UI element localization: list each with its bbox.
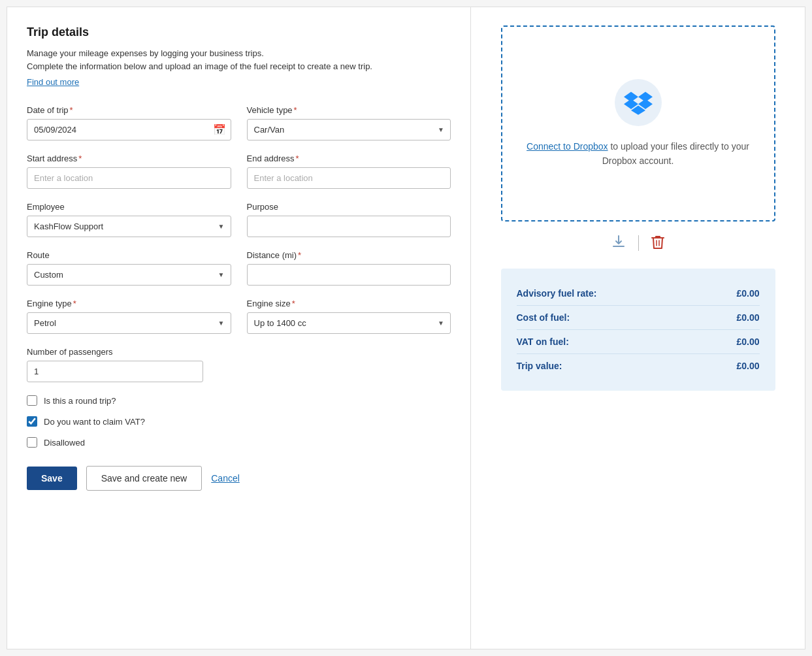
claim-vat-label[interactable]: Do you want to claim VAT? [44,417,145,427]
route-label: Route [27,250,231,260]
engine-type-select[interactable]: Petrol Diesel Electric [27,312,231,334]
page-title: Trip details [27,25,451,39]
trip-value-value: £0.00 [736,361,759,371]
purpose-input[interactable] [247,216,451,237]
footer-buttons: Save Save and create new Cancel [27,466,451,491]
advisory-fuel-rate-row: Advisory fuel rate: £0.00 [517,282,760,306]
vat-on-fuel-label: VAT on fuel: [517,336,569,347]
summary-box: Advisory fuel rate: £0.00 Cost of fuel: … [501,269,775,391]
dropbox-icon [624,90,653,115]
advisory-fuel-rate-label: Advisory fuel rate: [517,288,597,299]
engine-type-group: Engine type* Petrol Diesel Electric ▼ [27,299,231,334]
disallowed-row: Disallowed [27,437,451,448]
trip-value-row: Trip value: £0.00 [517,354,760,378]
dropbox-icon-wrap [615,79,662,126]
form-row-employee-purpose: Employee KashFlow Support ▼ Purpose [27,202,451,237]
vehicle-type-group: Vehicle type* Car/Van Motorcycle Other ▼ [247,105,451,140]
vehicle-required: * [294,105,297,115]
upload-actions [611,233,665,253]
engine-size-select[interactable]: Up to 1400 cc 1401 to 2000 cc Over 2000 … [247,312,451,334]
route-group: Route Custom Standard ▼ [27,250,231,286]
vat-on-fuel-row: VAT on fuel: £0.00 [517,330,760,354]
distance-required: * [298,250,301,260]
delete-icon[interactable] [651,234,665,253]
date-wrapper: 📅 [27,119,231,140]
employee-select-wrapper: KashFlow Support ▼ [27,216,231,237]
purpose-group: Purpose [247,202,451,237]
form-row-addresses: Start address* End address* [27,154,451,189]
left-panel: Trip details Manage your mileage expense… [7,7,471,649]
empty-placeholder [247,347,451,382]
passengers-group: Number of passengers [27,347,231,382]
vehicle-type-label: Vehicle type* [247,105,451,115]
engine-size-select-wrapper: Up to 1400 cc 1401 to 2000 cc Over 2000 … [247,312,451,334]
round-trip-checkbox[interactable] [27,395,37,406]
claim-vat-checkbox[interactable] [27,416,37,427]
passengers-label: Number of passengers [27,347,231,357]
date-required: * [70,105,73,115]
advisory-fuel-rate-value: £0.00 [736,288,759,299]
cost-of-fuel-row: Cost of fuel: £0.00 [517,306,760,330]
vehicle-type-select[interactable]: Car/Van Motorcycle Other [247,119,451,140]
passengers-input[interactable] [27,361,203,382]
cost-of-fuel-label: Cost of fuel: [517,312,570,323]
round-trip-row: Is this a round trip? [27,395,451,406]
round-trip-label[interactable]: Is this a round trip? [44,396,116,406]
date-group: Date of trip* 📅 [27,105,231,140]
date-input[interactable] [27,119,231,140]
claim-vat-row: Do you want to claim VAT? [27,416,451,427]
engine-size-label: Engine size* [247,299,451,308]
dropbox-description: Connect to Dropbox to upload your files … [515,139,761,169]
purpose-label: Purpose [247,202,451,212]
end-required: * [296,154,299,163]
engine-size-group: Engine size* Up to 1400 cc 1401 to 2000 … [247,299,451,334]
vehicle-type-select-wrapper: Car/Van Motorcycle Other ▼ [247,119,451,140]
form-row-engine: Engine type* Petrol Diesel Electric ▼ En… [27,299,451,334]
description-line1: Manage your mileage expenses by logging … [27,47,451,73]
download-icon[interactable] [611,233,626,253]
cost-of-fuel-value: £0.00 [736,312,759,323]
engine-type-select-wrapper: Petrol Diesel Electric ▼ [27,312,231,334]
save-button[interactable]: Save [27,467,77,490]
save-and-create-new-button[interactable]: Save and create new [86,466,203,491]
engine-size-required: * [292,299,295,308]
disallowed-checkbox[interactable] [27,437,37,448]
disallowed-label[interactable]: Disallowed [44,438,85,448]
cancel-button[interactable]: Cancel [211,473,240,484]
end-address-group: End address* [247,154,451,189]
end-address-label: End address* [247,154,451,163]
distance-group: Distance (mi)* [247,250,451,286]
vat-on-fuel-value: £0.00 [736,336,759,347]
start-required: * [78,154,82,163]
date-label: Date of trip* [27,105,231,115]
engine-type-label: Engine type* [27,299,231,308]
start-address-label: Start address* [27,154,231,163]
employee-label: Employee [27,202,231,212]
trip-value-label: Trip value: [517,361,562,371]
distance-input[interactable] [247,264,451,286]
form-row-passengers: Number of passengers [27,347,451,382]
engine-type-required: * [73,299,76,308]
form-row-route-distance: Route Custom Standard ▼ Distance (mi)* [27,250,451,286]
distance-label: Distance (mi)* [247,250,451,260]
employee-group: Employee KashFlow Support ▼ [27,202,231,237]
action-divider [638,235,639,251]
find-out-more-link[interactable]: Find out more [27,77,79,87]
form-row-date-vehicle: Date of trip* 📅 Vehicle type* Car/Van Mo… [27,105,451,140]
route-select-wrapper: Custom Standard ▼ [27,264,231,286]
employee-select[interactable]: KashFlow Support [27,216,231,237]
dropbox-upload-area[interactable]: Connect to Dropbox to upload your files … [501,25,775,221]
right-panel: Connect to Dropbox to upload your files … [471,7,805,649]
start-address-group: Start address* [27,154,231,189]
end-address-input[interactable] [247,167,451,189]
connect-to-dropbox-link[interactable]: Connect to Dropbox [527,141,608,152]
calendar-icon[interactable]: 📅 [213,123,226,136]
route-select[interactable]: Custom Standard [27,264,231,286]
start-address-input[interactable] [27,167,231,189]
